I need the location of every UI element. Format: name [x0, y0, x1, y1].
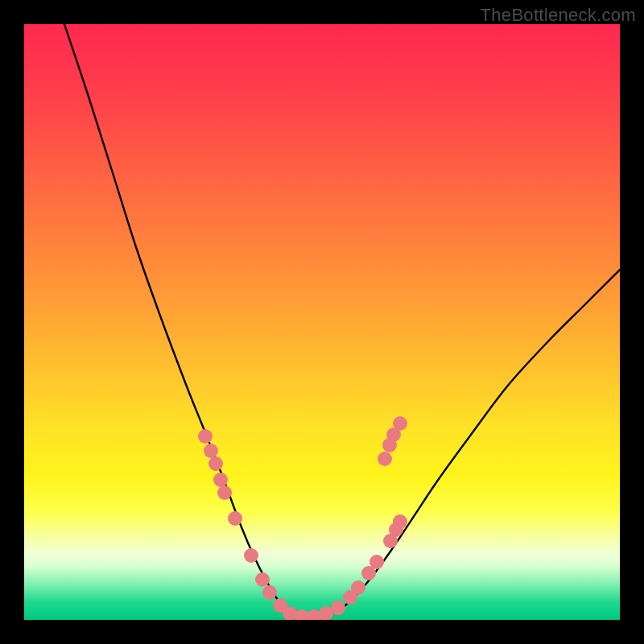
highlight-dots — [198, 416, 407, 620]
curve-svg — [24, 24, 620, 620]
highlight-dot — [244, 548, 258, 563]
highlight-dot — [262, 585, 277, 600]
highlight-dot — [331, 601, 345, 615]
highlight-dot — [382, 438, 397, 452]
highlight-dot — [351, 580, 365, 595]
highlight-dot — [255, 572, 270, 587]
highlight-dot — [369, 555, 384, 569]
highlight-dot — [204, 444, 218, 458]
watermark-label: TheBottleneck.com — [481, 5, 636, 26]
bottleneck-curve — [64, 24, 620, 617]
chart-frame: TheBottleneck.com — [0, 0, 644, 644]
plot-area — [24, 24, 620, 620]
highlight-dot — [213, 473, 228, 487]
highlight-dot — [228, 511, 242, 526]
highlight-dot — [208, 456, 223, 471]
highlight-dot — [393, 514, 407, 529]
highlight-dot — [217, 485, 232, 500]
highlight-dot — [198, 429, 213, 444]
highlight-dot — [378, 452, 392, 466]
